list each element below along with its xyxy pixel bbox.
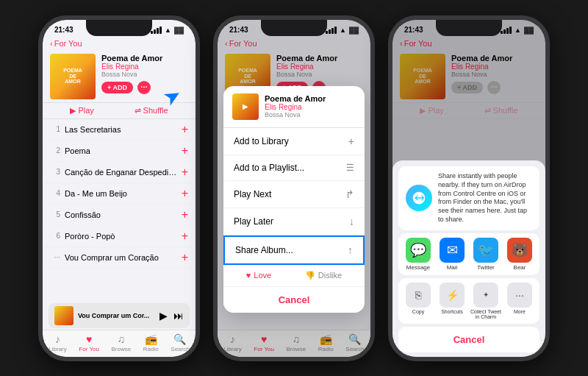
back-button-1[interactable]: ‹ For You: [50, 39, 82, 48]
notch-1: [86, 20, 152, 36]
song-item-3[interactable]: 3 Canção de Enganar Despedida +: [43, 162, 196, 183]
ctx-share-album[interactable]: Share Album... ↑: [223, 235, 365, 265]
back-label-1: For You: [54, 39, 82, 48]
ctx-info: Poema de Amor Elis Regina Bossa Nova: [265, 94, 326, 118]
ctx-play-next[interactable]: Play Next ↱: [223, 181, 365, 208]
share-sheet: Share instantly with people nearby. If t…: [392, 160, 545, 356]
ctx-play-next-icon: ↱: [345, 188, 354, 200]
ctx-add-playlist-icon: ☰: [346, 163, 354, 173]
share-apps-row: 💬 Message ✉ Mail 🐦 Twitter 🐻 Bear: [398, 233, 539, 275]
song-add-icon-4[interactable]: +: [182, 187, 188, 200]
status-icons-1: ▲ ▓▓: [151, 26, 184, 34]
ctx-dislike-button[interactable]: 👎 Dislike: [305, 271, 342, 280]
ctx-love-row: ♥ Love 👎 Dislike: [223, 265, 365, 287]
song-add-icon-1[interactable]: +: [182, 123, 188, 136]
song-item-dots[interactable]: ··· Vou Comprar um Coração +: [43, 247, 196, 269]
share-message[interactable]: 💬 Message: [406, 238, 431, 271]
tab-radio[interactable]: 📻 Radio: [143, 333, 159, 352]
mail-icon: ✉: [440, 238, 465, 263]
tab-search[interactable]: 🔍 Search: [171, 333, 189, 352]
copy-icon: ⎘: [406, 283, 431, 308]
share-twitter[interactable]: 🐦 Twitter: [473, 238, 498, 271]
song-add-icon-5[interactable]: +: [182, 208, 188, 221]
ctx-add-library-icon: +: [348, 135, 354, 147]
ctx-cancel-button[interactable]: Cancel: [223, 287, 365, 313]
airdrop-icon: [406, 185, 432, 211]
search-icon: 🔍: [173, 333, 186, 345]
bear-icon: 🐻: [507, 238, 532, 263]
heart-icon: ♥: [246, 271, 251, 280]
notch-3: [436, 20, 502, 36]
collect-tweet-icon: ✦: [473, 283, 498, 308]
twitter-icon: 🐦: [473, 238, 498, 263]
screen-2: 21:43 ▲ ▓▓ ‹ For You POEMADEAMOR: [218, 20, 370, 357]
message-icon: 💬: [406, 238, 431, 263]
ctx-play-later[interactable]: Play Later ↓: [223, 208, 365, 235]
share-mail[interactable]: ✉ Mail: [440, 238, 465, 271]
share-collect-tweet[interactable]: ✦ Collect Tweet in Charm: [469, 283, 503, 319]
library-icon: ♪: [55, 333, 60, 345]
add-button-1[interactable]: + ADD: [101, 82, 133, 93]
ctx-love-button[interactable]: ♥ Love: [246, 271, 271, 280]
share-more[interactable]: ··· More: [503, 283, 537, 319]
album-info-1: Poema de Amor Elis Regina Bossa Nova + A…: [101, 54, 188, 94]
share-cancel-button[interactable]: Cancel: [398, 327, 539, 352]
shuffle-button-1[interactable]: ⇌ Shuffle: [135, 106, 168, 116]
album-title-1: Poema de Amor: [101, 54, 188, 63]
ctx-add-library[interactable]: Add to Library +: [223, 128, 365, 155]
radio-icon: 📻: [145, 333, 157, 345]
album-art-1: POEMADEAMOR: [50, 54, 96, 99]
song-item-1[interactable]: 1 Las Secretarias +: [43, 119, 196, 141]
tab-library[interactable]: ♪ Library: [49, 333, 66, 352]
screen-1: 21:43 ▲ ▓▓ ‹ For You POEMADEAMO: [43, 20, 196, 357]
airdrop-description: Share instantly with people nearby. If t…: [438, 172, 532, 224]
share-copy[interactable]: ⎘ Copy: [401, 283, 435, 319]
ctx-add-playlist[interactable]: Add to a Playlist... ☰: [223, 155, 365, 181]
song-item-6[interactable]: 6 Poròro - Popò +: [43, 226, 196, 247]
song-list-1: 1 Las Secretarias + 2 Poema + 3 Canção d…: [43, 119, 196, 302]
song-item-5[interactable]: 5 Confissão +: [43, 205, 196, 226]
for-you-icon: ♥: [86, 333, 92, 345]
share-bear[interactable]: 🐻 Bear: [507, 238, 532, 271]
more-icon: ···: [507, 283, 532, 308]
mini-info-1: Vou Comprar um Cor...: [78, 312, 155, 319]
ctx-add-playlist-label: Add to a Playlist...: [234, 163, 304, 173]
nav-bar-1: ‹ For You: [43, 38, 196, 51]
more-button-1[interactable]: ···: [137, 81, 151, 94]
mini-art-1: [54, 306, 74, 325]
time-1: 21:43: [54, 26, 74, 34]
song-add-icon-3[interactable]: +: [182, 166, 188, 179]
signal-icon: [151, 26, 162, 34]
wifi-icon: ▲: [165, 26, 171, 34]
ctx-share-album-label: Share Album...: [235, 245, 293, 255]
song-item-4[interactable]: 4 Da - Me um Beijo +: [43, 183, 196, 205]
airdrop-section: Share instantly with people nearby. If t…: [398, 166, 539, 230]
mini-player-1[interactable]: Vou Comprar um Cor... ▶ ⏭: [49, 303, 190, 328]
song-add-icon-dots[interactable]: +: [182, 251, 188, 264]
play-shuffle-1: ▶ Play ⇌ Shuffle: [43, 102, 196, 119]
tab-browse[interactable]: ♫ Browse: [112, 333, 132, 352]
song-add-icon-2[interactable]: +: [182, 144, 188, 157]
tab-for-you[interactable]: ♥ For You: [79, 333, 99, 352]
album-genre-1: Bossa Nova: [101, 71, 188, 78]
mini-play-icon[interactable]: ▶: [159, 310, 168, 322]
browse-icon: ♫: [118, 333, 126, 345]
ctx-play-next-label: Play Next: [234, 189, 271, 199]
song-item-2[interactable]: 2 Poema +: [43, 141, 196, 162]
phone-1: 21:43 ▲ ▓▓ ‹ For You POEMADEAMO: [38, 15, 200, 361]
song-add-icon-6[interactable]: +: [182, 230, 188, 243]
context-menu: ▶ Poema de Amor Elis Regina Bossa Nova A…: [223, 86, 365, 313]
screen-3: 21:43 ▲ ▓▓ ‹ For You POEMADEAMOR: [392, 20, 545, 357]
mini-title-1: Vou Comprar um Cor...: [78, 312, 155, 319]
notch-2: [261, 20, 327, 36]
ctx-artist: Elis Regina: [265, 103, 326, 111]
ctx-play-icon: ▶: [243, 102, 248, 110]
share-shortcuts[interactable]: ⚡ Shortcuts: [435, 283, 469, 319]
play-button-1[interactable]: ▶ Play: [70, 106, 93, 116]
mini-forward-icon[interactable]: ⏭: [173, 310, 184, 322]
thumbs-down-icon: 👎: [305, 271, 315, 280]
ctx-art: ▶: [232, 93, 259, 120]
mini-controls-1: ▶ ⏭: [159, 310, 184, 322]
ctx-genre: Bossa Nova: [265, 111, 326, 118]
ctx-play-later-label: Play Later: [234, 216, 273, 227]
